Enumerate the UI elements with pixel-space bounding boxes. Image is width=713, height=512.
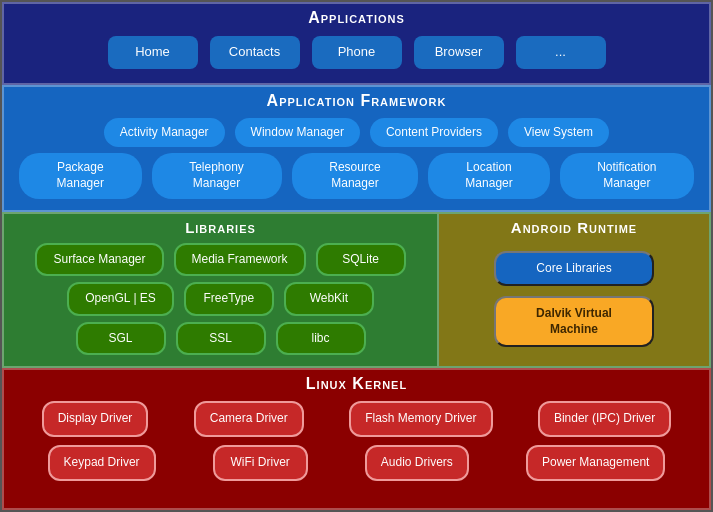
runtime-items: Core Libraries Dalvik Virtual Machine: [439, 240, 709, 359]
lib-button-opengl-|-es[interactable]: OpenGL | ES: [67, 282, 174, 316]
core-libraries-button[interactable]: Core Libraries: [494, 251, 654, 287]
framework-button-content-providers[interactable]: Content Providers: [370, 118, 498, 148]
framework-row1: Activity ManagerWindow ManagerContent Pr…: [4, 115, 709, 151]
kernel-layer: Linux Kernel Display DriverCamera Driver…: [2, 368, 711, 510]
applications-title: Applications: [4, 4, 709, 32]
lib-button-sgl[interactable]: SGL: [76, 322, 166, 356]
kernel-button-camera-driver[interactable]: Camera Driver: [194, 401, 304, 437]
applications-layer: Applications HomeContactsPhoneBrowser...: [2, 2, 711, 85]
framework-button-view-system[interactable]: View System: [508, 118, 609, 148]
kernel-button-wifi-driver[interactable]: WiFi Driver: [213, 445, 308, 481]
runtime-section: Android Runtime Core Libraries Dalvik Vi…: [439, 214, 709, 367]
framework-button-resource-manager[interactable]: Resource Manager: [292, 153, 419, 198]
libraries-title: Libraries: [4, 214, 437, 240]
kernel-row1: Display DriverCamera DriverFlash Memory …: [4, 397, 709, 441]
lib-button-sqlite[interactable]: SQLite: [316, 243, 406, 277]
kernel-button-display-driver[interactable]: Display Driver: [42, 401, 149, 437]
dalvik-vm-button[interactable]: Dalvik Virtual Machine: [494, 296, 654, 347]
kernel-title: Linux Kernel: [4, 370, 709, 397]
app-button-contacts[interactable]: Contacts: [210, 36, 300, 69]
lib-button-freetype[interactable]: FreeType: [184, 282, 274, 316]
framework-button-window-manager[interactable]: Window Manager: [235, 118, 360, 148]
kernel-row2: Keypad DriverWiFi DriverAudio DriversPow…: [4, 441, 709, 485]
lib-row2: OpenGL | ESFreeTypeWebKit: [4, 279, 437, 319]
kernel-button-keypad-driver[interactable]: Keypad Driver: [48, 445, 156, 481]
framework-button-telephony-manager[interactable]: Telephony Manager: [152, 153, 282, 198]
framework-row2: Package ManagerTelephony ManagerResource…: [4, 150, 709, 201]
runtime-title: Android Runtime: [439, 214, 709, 240]
framework-button-activity-manager[interactable]: Activity Manager: [104, 118, 225, 148]
framework-button-notification-manager[interactable]: Notification Manager: [560, 153, 694, 198]
lib-button-media-framework[interactable]: Media Framework: [174, 243, 306, 277]
framework-title: Application Framework: [4, 87, 709, 115]
apps-row: HomeContactsPhoneBrowser...: [4, 32, 709, 75]
app-button-more[interactable]: ...: [516, 36, 606, 69]
lib-button-surface-manager[interactable]: Surface Manager: [35, 243, 163, 277]
lib-row3: SGLSSLlibc: [4, 319, 437, 359]
lib-button-webkit[interactable]: WebKit: [284, 282, 374, 316]
framework-layer: Application Framework Activity ManagerWi…: [2, 85, 711, 212]
framework-button-location-manager[interactable]: Location Manager: [428, 153, 549, 198]
lib-row1: Surface ManagerMedia FrameworkSQLite: [4, 240, 437, 280]
kernel-button-flash-memory-driver[interactable]: Flash Memory Driver: [349, 401, 492, 437]
app-button-home[interactable]: Home: [108, 36, 198, 69]
kernel-button-binder-(ipc)-driver[interactable]: Binder (IPC) Driver: [538, 401, 671, 437]
libraries-section: Libraries Surface ManagerMedia Framework…: [4, 214, 439, 367]
app-button-browser[interactable]: Browser: [414, 36, 504, 69]
framework-button-package-manager[interactable]: Package Manager: [19, 153, 142, 198]
middle-layer: Libraries Surface ManagerMedia Framework…: [2, 212, 711, 369]
main-wrapper: Applications HomeContactsPhoneBrowser...…: [0, 0, 713, 512]
app-button-phone[interactable]: Phone: [312, 36, 402, 69]
kernel-button-power-management[interactable]: Power Management: [526, 445, 665, 481]
lib-button-libc[interactable]: libc: [276, 322, 366, 356]
lib-button-ssl[interactable]: SSL: [176, 322, 266, 356]
kernel-button-audio-drivers[interactable]: Audio Drivers: [365, 445, 469, 481]
